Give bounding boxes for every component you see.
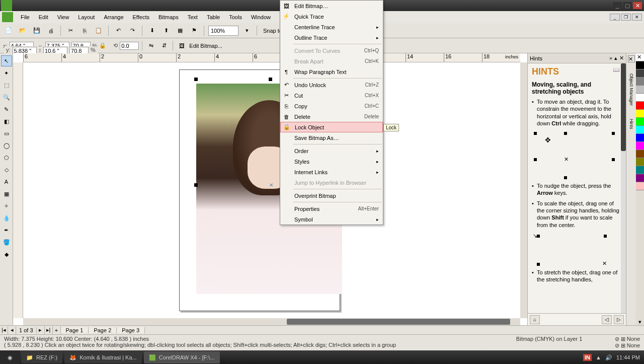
zoom-dropdown-button[interactable]: ▾ xyxy=(242,25,253,36)
ctx-outline-trace[interactable]: Outline Trace▸ xyxy=(280,32,383,43)
color-swatch[interactable] xyxy=(636,182,644,190)
hints-side-tab[interactable]: Hints xyxy=(628,117,635,131)
mirror-h-button[interactable]: ⇋ xyxy=(145,40,156,51)
copy-button[interactable]: ⎘ xyxy=(79,25,90,36)
zoom-tool[interactable]: 🔍 xyxy=(1,92,12,103)
taskbar-task[interactable]: 📁REZ (F:) xyxy=(21,351,62,363)
hints-forward-button[interactable]: ▷ xyxy=(614,315,624,324)
scrollbar-horizontal[interactable] xyxy=(23,318,520,325)
interactive-tool[interactable]: ✧ xyxy=(1,200,12,211)
outline-tool[interactable]: ✒ xyxy=(1,225,12,236)
close-button[interactable]: ✕ xyxy=(633,2,642,9)
menu-window[interactable]: Window xyxy=(247,13,275,22)
new-button[interactable]: 📄 xyxy=(3,25,14,36)
page-prev-button[interactable]: ◂ xyxy=(8,326,16,334)
hints-scroll-thumb[interactable] xyxy=(621,63,626,151)
menu-view[interactable]: View xyxy=(53,13,74,22)
basic-shapes-tool[interactable]: ◇ xyxy=(1,164,12,175)
start-button[interactable]: ◉ xyxy=(0,350,20,364)
color-swatch[interactable] xyxy=(636,126,644,134)
menu-edit[interactable]: Edit xyxy=(34,13,53,22)
welcome-button[interactable]: ⚑ xyxy=(189,25,200,36)
mdi-close-button[interactable]: ✕ xyxy=(632,14,642,21)
language-indicator[interactable]: IN xyxy=(583,354,592,361)
ctx-delete[interactable]: 🗑DeleteDelete xyxy=(280,111,383,122)
edit-bitmap-button[interactable]: Edit Bitmap... xyxy=(189,43,222,49)
ctx-copy[interactable]: ⎘CopyCtrl+C xyxy=(280,101,383,111)
page-next-button[interactable]: ▸ xyxy=(37,326,45,334)
menu-tools[interactable]: Tools xyxy=(224,13,247,22)
print-button[interactable]: 🖨 xyxy=(45,25,56,36)
shape-tool[interactable]: ✦ xyxy=(1,67,12,79)
crop-tool[interactable]: ⬚ xyxy=(1,80,12,91)
menu-file[interactable]: File xyxy=(16,13,34,22)
canvas-area[interactable]: 642024681012141618 inches ✕ xyxy=(13,53,527,325)
color-swatch[interactable] xyxy=(636,78,644,86)
volume-icon[interactable]: 🔊 xyxy=(605,354,612,361)
save-button[interactable]: 💾 xyxy=(31,25,42,36)
close-docker-icon[interactable]: ✕ xyxy=(628,55,635,62)
undo-button[interactable]: ↶ xyxy=(113,25,124,36)
export-button[interactable]: ⬆ xyxy=(160,25,172,36)
ctx-properties[interactable]: PropertiesAlt+Enter xyxy=(280,203,383,214)
ctx-internet-links[interactable]: Internet Links▸ xyxy=(280,167,383,177)
smart-fill-tool[interactable]: ◧ xyxy=(1,116,12,127)
pick-tool[interactable]: ↖ xyxy=(1,55,12,66)
interactive-fill-tool[interactable]: ◆ xyxy=(1,249,12,260)
ctx-undo-unlock[interactable]: ↶Undo UnlockCtrl+Z xyxy=(280,80,383,90)
paste-button[interactable]: 📋 xyxy=(93,25,104,36)
selection-handle-nw[interactable] xyxy=(194,78,198,81)
taskbar-task[interactable]: 🟩CorelDRAW X4 - [F:\... xyxy=(144,351,220,363)
page-last-button[interactable]: ▸| xyxy=(45,326,53,334)
menu-bitmaps[interactable]: Bitmaps xyxy=(154,13,183,22)
import-button[interactable]: ⬇ xyxy=(146,25,157,36)
ctx-quick-trace[interactable]: ⚡Quick Trace xyxy=(280,11,383,22)
color-swatch[interactable] xyxy=(636,174,644,182)
scrollbar-h-thumb[interactable] xyxy=(287,319,511,325)
zoom-level-input[interactable]: 100% xyxy=(208,26,238,36)
ruler-vertical[interactable] xyxy=(13,62,23,318)
object-manager-tab[interactable]: Object Manager xyxy=(628,71,635,108)
ctx-order[interactable]: Order▸ xyxy=(280,145,383,156)
page-add-button[interactable]: + xyxy=(53,326,61,334)
docker-collapse-button[interactable]: » xyxy=(609,55,612,61)
fill-none-icon[interactable]: ⊘ ⊞ xyxy=(615,336,627,342)
taskbar-task[interactable]: 🦊Komik & Ilustrasi | Ka... xyxy=(64,351,142,363)
ctx-overprint-bitmap[interactable]: Overprint Bitmap xyxy=(280,190,383,201)
mdi-minimize-button[interactable]: _ xyxy=(610,14,620,21)
mirror-v-button[interactable]: ⇵ xyxy=(158,40,170,51)
ctx-edit-bitmap-[interactable]: 🖼Edit Bitmap… xyxy=(280,1,383,11)
app-launcher-button[interactable]: ▦ xyxy=(175,25,186,36)
color-swatch[interactable] xyxy=(636,166,644,174)
color-swatch[interactable] xyxy=(636,142,644,150)
color-swatch[interactable] xyxy=(636,158,644,166)
clock[interactable]: 11:44 PM xyxy=(616,354,640,360)
ctx-symbol[interactable]: Symbol▸ xyxy=(280,214,383,225)
color-swatch[interactable] xyxy=(636,102,644,110)
ctx-lock-object[interactable]: 🔒Lock Object xyxy=(280,122,383,132)
menu-table[interactable]: Table xyxy=(202,13,224,22)
text-tool[interactable]: A xyxy=(1,176,12,187)
page-tab-2[interactable]: Page 2 xyxy=(89,327,117,333)
color-swatch[interactable] xyxy=(636,118,644,126)
hints-header[interactable]: Hints » ▴ ✕ xyxy=(528,53,626,63)
hints-home-button[interactable]: ⌂ xyxy=(530,315,540,324)
hints-scrollbar[interactable] xyxy=(621,63,626,313)
minimize-button[interactable]: _ xyxy=(613,2,622,9)
mdi-restore-button[interactable]: ❐ xyxy=(621,14,631,21)
edit-bitmap-icon[interactable]: 🖼 xyxy=(176,40,187,51)
menu-arrange[interactable]: Arrange xyxy=(99,13,128,22)
ctx-centerline-trace[interactable]: Centerline Trace▸ xyxy=(280,22,383,32)
tray-icon[interactable]: ▲ xyxy=(596,354,601,360)
polygon-tool[interactable]: ⬠ xyxy=(1,152,12,163)
redo-button[interactable]: ↷ xyxy=(127,25,138,36)
open-button[interactable]: 📂 xyxy=(17,25,28,36)
docker-expand-button[interactable]: ▴ xyxy=(614,55,617,61)
ctx-wrap-paragraph-text[interactable]: ¶Wrap Paragraph Text xyxy=(280,66,383,77)
system-tray[interactable]: IN ▲ 🔊 11:44 PM xyxy=(579,354,644,361)
page-first-button[interactable]: |◂ xyxy=(0,326,8,334)
ellipse-tool[interactable]: ◯ xyxy=(1,140,12,151)
rotation-input[interactable] xyxy=(120,42,139,50)
scrollbar-vertical[interactable] xyxy=(520,62,527,318)
color-swatch[interactable] xyxy=(636,61,644,69)
